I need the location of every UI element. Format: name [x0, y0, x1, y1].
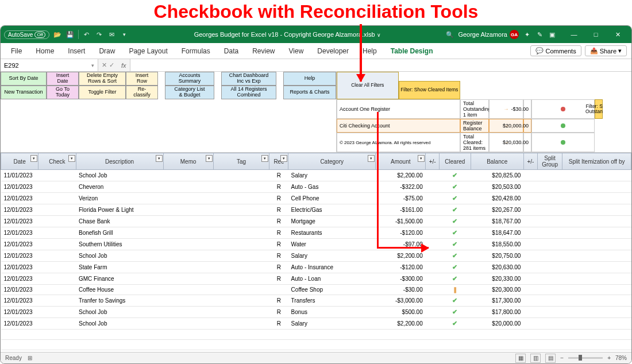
normal-view-button[interactable]: ▦ [515, 354, 526, 363]
pen-icon[interactable]: ✎ [535, 30, 544, 39]
macro-help[interactable]: Help [283, 72, 336, 86]
macro-chart-dashboard-inc-vs-exp[interactable]: Chart Dashboard Inc vs Exp [221, 72, 276, 86]
table-row[interactable]: 12/01/2023Southern UtilitiesRWater-$97.0… [1, 239, 631, 250]
tab-file[interactable]: File [5, 45, 28, 57]
page-break-view-button[interactable]: ▤ [545, 354, 556, 363]
autosave-toggle[interactable]: AutoSave Off [4, 30, 49, 39]
tab-developer[interactable]: Developer [311, 45, 354, 57]
cancel-formula-icon[interactable]: ✕ [102, 61, 107, 69]
account-one-label[interactable]: Account One Register [337, 99, 460, 119]
tab-data[interactable]: Data [218, 45, 244, 57]
avatar: GA [510, 30, 519, 39]
tab-home[interactable]: Home [30, 45, 60, 57]
filter-show-outstanding-button[interactable]: Filter: Show Outstanding [595, 99, 603, 119]
close-button[interactable]: ✕ [607, 28, 628, 41]
macro-new-transaction[interactable]: New Transaction [1, 86, 47, 99]
formula-bar: E292▾ ✕ ✓ fx [1, 59, 631, 72]
filter-dropdown-icon[interactable]: ▾ [261, 155, 268, 162]
table-row[interactable]: 12/01/2023Chase BankRMortgage-$1,500.00✔… [1, 216, 631, 227]
macro-toggle-filter[interactable]: Toggle Filter [79, 86, 126, 99]
register-table-wrap[interactable]: Date▾Check▾Description▾Memo▾Tag▾Rec▾Cate… [1, 153, 631, 352]
filter-dropdown-icon[interactable]: ▾ [68, 155, 75, 162]
table-row[interactable]: 12/01/2023Bonefish GrillRRestaurants-$12… [1, 227, 631, 239]
app-mode-icon[interactable]: ▣ [548, 30, 557, 39]
macro-go-to-today[interactable]: Go To Today [47, 86, 79, 99]
macro-insert-row[interactable]: Insert Row [126, 72, 158, 86]
col-split-group[interactable]: Split Group [537, 153, 562, 170]
user-account[interactable]: George Alzamora GA [458, 30, 519, 39]
col-tag[interactable]: Tag▾ [213, 153, 269, 170]
col-split-itemization-off-by[interactable]: Split Itemization off by [562, 153, 631, 170]
filter-show-cleared-button[interactable]: Filter: Show Cleared Items [399, 81, 461, 99]
formula-input[interactable] [130, 59, 631, 71]
diamond-icon[interactable]: ✦ [522, 30, 531, 39]
table-row[interactable]: 12/01/2023School JobRBonus$500.00✔$17,80… [1, 307, 631, 318]
enter-formula-icon[interactable]: ✓ [109, 61, 114, 69]
minimize-button[interactable]: — [564, 28, 584, 41]
table-row[interactable]: 12/01/2023Tranfer to SavingsRTransfers-$… [1, 295, 631, 307]
table-row[interactable]: 12/01/2023GMC FinanceRAuto - Loan-$300.0… [1, 273, 631, 285]
citi-checking-label[interactable]: Citi Checking Account [337, 119, 460, 133]
zoom-out-button[interactable]: − [560, 355, 564, 361]
tab-draw[interactable]: Draw [93, 45, 121, 57]
col-check[interactable]: Check▾ [38, 153, 76, 170]
filter-dropdown-icon[interactable]: ▾ [418, 155, 425, 162]
chevron-down-icon[interactable]: ▾ [120, 30, 129, 39]
zoom-in-button[interactable]: + [607, 355, 611, 361]
filter-dropdown-icon[interactable]: ▾ [156, 155, 163, 162]
comments-button[interactable]: 💬 Comments [530, 45, 581, 56]
col-category[interactable]: Category▾ [288, 153, 376, 170]
maximize-button[interactable]: □ [585, 28, 606, 41]
tab-page-layout[interactable]: Page Layout [123, 45, 173, 57]
macro-sort-by-date[interactable]: Sort By Date [1, 72, 47, 86]
accessibility-icon[interactable]: ⊞ [28, 355, 32, 361]
macro-reports-charts[interactable]: Reports & Charts [283, 86, 336, 99]
filter-dropdown-icon[interactable]: ▾ [280, 155, 287, 162]
zoom-slider[interactable] [568, 357, 603, 359]
save-icon[interactable]: 💾 [65, 30, 75, 39]
name-box[interactable]: E292▾ [1, 59, 98, 71]
macro-accounts-summary[interactable]: Accounts Summary [165, 72, 214, 86]
col--[interactable]: +/- [426, 153, 440, 170]
table-row[interactable]: 12/01/2023State FarmRAuto - Insurance-$1… [1, 262, 631, 273]
table-row[interactable]: 12/01/2023Florida Power & LightRElectric… [1, 204, 631, 216]
undo-icon[interactable]: ↶ [82, 30, 91, 39]
page-layout-view-button[interactable]: ▥ [530, 354, 541, 363]
table-row[interactable]: 12/01/2023CheveronRAuto - Gas-$322.00✔$2… [1, 181, 631, 193]
col-description[interactable]: Description▾ [76, 153, 163, 170]
macro-category-list-budget[interactable]: Category List & Budget [165, 86, 214, 99]
macro-all-registers-combined[interactable]: All 14 Registers Combined [221, 86, 276, 99]
col-rec[interactable]: Rec▾ [269, 153, 288, 170]
share-button[interactable]: 📤 Share ▾ [585, 45, 627, 56]
tab-table-design[interactable]: Table Design [385, 45, 439, 57]
tab-formulas[interactable]: Formulas [176, 45, 216, 57]
table-row[interactable]: 12/01/2023VerizonRCell Phone-$75.00✔$20,… [1, 193, 631, 204]
filter-dropdown-icon[interactable]: ▾ [206, 155, 213, 162]
filter-dropdown-icon[interactable]: ▾ [368, 155, 375, 162]
zoom-level[interactable]: 78% [615, 355, 627, 361]
col-memo[interactable]: Memo▾ [163, 153, 213, 170]
filter-dropdown-icon[interactable]: ▾ [30, 155, 37, 162]
redo-icon[interactable]: ↷ [95, 30, 104, 39]
tab-view[interactable]: View [283, 45, 310, 57]
table-row[interactable]: 12/01/2023Coffee HouseCoffee Shop-$30.00… [1, 285, 631, 295]
mail-icon[interactable]: ✉ [107, 30, 117, 39]
col-cleared[interactable]: Cleared [440, 153, 471, 170]
col--[interactable]: +/- [523, 153, 537, 170]
search-icon[interactable]: 🔍 [445, 30, 454, 39]
table-row[interactable]: 11/01/2023School JobRSalary$2,200.00✔$20… [1, 170, 631, 181]
col-date[interactable]: Date▾ [1, 153, 38, 170]
tab-review[interactable]: Review [246, 45, 280, 57]
col-balance[interactable]: Balance [471, 153, 523, 170]
macro-re-classify[interactable]: Re- classify [126, 86, 158, 99]
macro-delete-empty-rows-sort[interactable]: Delete Empty Rows & Sort [79, 72, 126, 86]
table-row[interactable]: 12/01/2023School JobRSalary$2,200.00✔$20… [1, 250, 631, 262]
open-icon[interactable]: 📂 [53, 30, 62, 39]
table-row[interactable]: 12/01/2023School JobRSalary$2,200.00✔$20… [1, 318, 631, 330]
tab-insert[interactable]: Insert [62, 45, 91, 57]
macro-insert-date[interactable]: Insert Date [47, 72, 79, 86]
clear-all-filters-button[interactable]: Clear All Filters [337, 72, 399, 99]
document-title[interactable]: Georges Budget for Excel v18 - Copyright… [133, 31, 442, 38]
col-amount[interactable]: Amount▾ [376, 153, 426, 170]
tab-help[interactable]: Help [357, 45, 383, 57]
